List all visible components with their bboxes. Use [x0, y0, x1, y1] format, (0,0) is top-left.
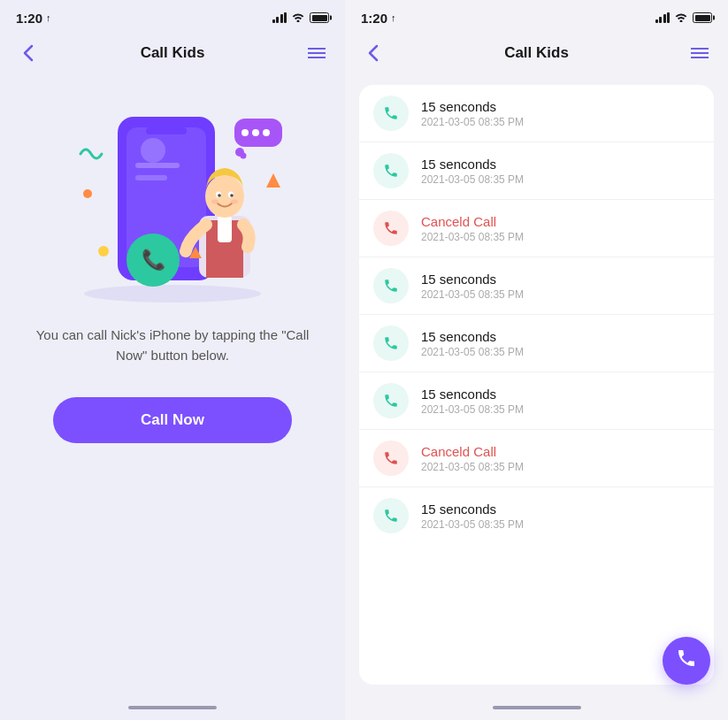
right-nav-bar: Call Kids: [345, 32, 728, 74]
call-label: 15 senconds: [421, 387, 700, 402]
call-label: 15 senconds: [421, 329, 700, 344]
left-status-bar: 1:20 ↑: [0, 0, 345, 32]
svg-point-26: [263, 129, 270, 136]
svg-marker-27: [266, 173, 280, 188]
call-fab-button[interactable]: [663, 637, 710, 685]
call-icon-wrap: [373, 383, 409, 418]
phone-icon: [383, 508, 399, 524]
right-battery-icon: [693, 12, 712, 23]
call-label: 15 senconds: [421, 99, 700, 114]
call-icon-wrap: [373, 211, 409, 246]
right-menu-button[interactable]: [686, 39, 714, 67]
call-timestamp: 2021-03-05 08:35 PM: [421, 403, 700, 416]
description-text: You can call Nick's iPhone by tapping th…: [21, 326, 324, 365]
call-label: 15 senconds: [421, 157, 700, 172]
call-info: Canceld Call 2021-03-05 08:35 PM: [421, 214, 700, 243]
call-timestamp: 2021-03-05 08:35 PM: [421, 231, 700, 243]
call-timestamp: 2021-03-05 08:35 PM: [421, 288, 700, 301]
right-home-bar: [493, 706, 581, 709]
call-log-item[interactable]: 15 senconds 2021-03-05 08:35 PM: [359, 315, 714, 372]
svg-point-12: [205, 175, 244, 218]
right-home-indicator: [345, 695, 728, 720]
svg-point-30: [83, 189, 92, 198]
call-info: 15 senconds 2021-03-05 08:35 PM: [421, 99, 700, 128]
svg-point-3: [84, 285, 261, 303]
right-signal-icon: [655, 12, 671, 23]
svg-point-9: [141, 138, 165, 163]
call-icon-wrap: [373, 96, 409, 131]
left-home-indicator: [0, 695, 345, 720]
svg-point-29: [98, 246, 109, 257]
call-label: Canceld Call: [421, 214, 700, 229]
call-timestamp: 2021-03-05 08:35 PM: [421, 461, 700, 473]
call-log-item[interactable]: 15 senconds 2021-03-05 08:35 PM: [359, 487, 714, 544]
right-status-bar: 1:20 ↑: [345, 0, 728, 32]
left-back-button[interactable]: [14, 39, 42, 67]
missed-call-icon: [383, 450, 399, 466]
call-info: 15 senconds 2021-03-05 08:35 PM: [421, 387, 700, 416]
call-log-item[interactable]: 15 senconds 2021-03-05 08:35 PM: [359, 142, 714, 200]
right-status-icons: [655, 10, 713, 26]
svg-rect-6: [146, 127, 187, 134]
svg-point-24: [241, 129, 249, 136]
svg-text:📞: 📞: [142, 248, 166, 272]
call-timestamp: 2021-03-05 08:35 PM: [421, 116, 700, 128]
right-nav-title: Call Kids: [504, 44, 569, 62]
left-home-bar: [128, 706, 217, 709]
svg-point-17: [211, 200, 218, 204]
call-log-card: 15 senconds 2021-03-05 08:35 PM 15 senco…: [359, 85, 714, 685]
call-label: 15 senconds: [421, 272, 700, 287]
call-illustration: 📞: [49, 92, 296, 304]
svg-rect-8: [135, 175, 167, 180]
left-main-content: 📞 You can: [0, 74, 345, 695]
call-now-button[interactable]: Call Now: [53, 397, 292, 443]
svg-rect-11: [218, 216, 232, 242]
call-timestamp: 2021-03-05 08:35 PM: [421, 173, 700, 186]
call-log-item[interactable]: Canceld Call 2021-03-05 08:35 PM: [359, 430, 714, 487]
phone-icon: [383, 163, 399, 179]
call-icon-wrap: [373, 498, 409, 533]
call-fab-icon: [676, 647, 697, 674]
call-info: 15 senconds 2021-03-05 08:35 PM: [421, 502, 700, 531]
left-nav-title: Call Kids: [141, 44, 205, 62]
call-log-item[interactable]: 15 senconds 2021-03-05 08:35 PM: [359, 85, 714, 142]
call-info: 15 senconds 2021-03-05 08:35 PM: [421, 329, 700, 358]
right-screen: 1:20 ↑ Call Kids: [345, 0, 728, 720]
call-log-item[interactable]: Canceld Call 2021-03-05 08:35 PM: [359, 200, 714, 257]
phone-icon: [383, 393, 399, 409]
call-label: Canceld Call: [421, 444, 700, 459]
call-info: Canceld Call 2021-03-05 08:35 PM: [421, 444, 700, 473]
right-wifi-icon: [674, 10, 688, 26]
left-signal-icon: [272, 12, 287, 23]
missed-call-icon: [383, 220, 399, 236]
call-icon-wrap: [373, 153, 409, 188]
svg-point-15: [218, 194, 221, 197]
left-status-icons: [272, 11, 330, 25]
right-time: 1:20: [361, 11, 387, 26]
left-nav-bar: Call Kids: [0, 32, 345, 74]
svg-point-25: [252, 129, 259, 136]
left-time: 1:20: [16, 11, 42, 26]
call-log-item[interactable]: 15 senconds 2021-03-05 08:35 PM: [359, 372, 714, 430]
call-icon-wrap: [373, 268, 409, 303]
left-battery-icon: [310, 12, 329, 23]
right-location-icon: ↑: [391, 12, 396, 23]
right-back-button[interactable]: [359, 39, 387, 67]
left-location-icon: ↑: [46, 12, 51, 23]
phone-icon: [383, 105, 399, 121]
call-info: 15 senconds 2021-03-05 08:35 PM: [421, 272, 700, 301]
phone-icon: [383, 278, 399, 294]
svg-point-18: [231, 200, 238, 204]
svg-point-23: [241, 153, 247, 159]
svg-rect-7: [135, 163, 180, 168]
call-timestamp: 2021-03-05 08:35 PM: [421, 518, 700, 531]
left-menu-button[interactable]: [303, 39, 331, 67]
phone-icon: [383, 335, 399, 351]
call-info: 15 senconds 2021-03-05 08:35 PM: [421, 157, 700, 186]
call-timestamp: 2021-03-05 08:35 PM: [421, 346, 700, 358]
call-icon-wrap: [373, 326, 409, 361]
left-wifi-icon: [291, 11, 305, 25]
call-log-item[interactable]: 15 senconds 2021-03-05 08:35 PM: [359, 257, 714, 315]
svg-point-16: [230, 194, 234, 197]
call-label: 15 senconds: [421, 502, 700, 517]
